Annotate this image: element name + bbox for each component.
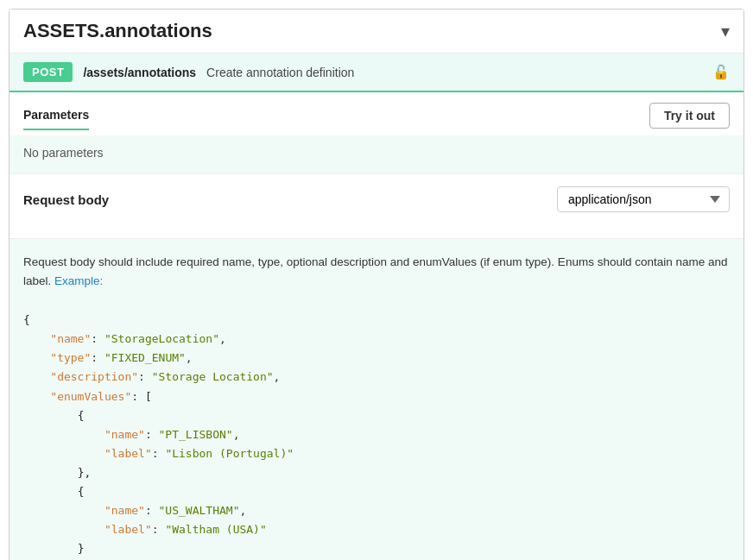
request-body-header: Request body application/json [23, 186, 730, 212]
code-line-4: "description": "Storage Location", [23, 368, 730, 387]
post-path: /assets/annotations [83, 66, 196, 79]
example-link: Example: [54, 274, 103, 287]
post-description: Create annotation definition [206, 66, 354, 79]
section-header: ASSETS.annotations ▾ [9, 9, 744, 53]
code-line-11: "name": "US_WALTHAM", [23, 501, 730, 520]
code-block: { "name": "StorageLocation", "type": "FI… [9, 304, 744, 560]
content-type-select[interactable]: application/json [557, 186, 730, 212]
code-line-8: "label": "Lisbon (Portugal)" [23, 444, 730, 463]
collapse-icon[interactable]: ▾ [721, 21, 730, 41]
code-line-13: } [23, 539, 730, 558]
no-parameters-text: No parameters [9, 135, 744, 173]
code-line-3: "type": "FIXED_ENUM", [23, 349, 730, 368]
lock-icon: 🔓 [712, 64, 730, 80]
parameters-section: Parameters Try it out No parameters [9, 92, 744, 174]
code-line-7: "name": "PT_LISBON", [23, 425, 730, 444]
main-container: ASSETS.annotations ▾ POST /assets/annota… [9, 9, 744, 560]
code-line-10: { [23, 482, 730, 501]
section-title: ASSETS.annotations [23, 20, 212, 42]
request-body-section: Request body application/json [9, 174, 744, 239]
code-line-9: }, [23, 463, 730, 482]
code-line-6: { [23, 406, 730, 425]
code-line-12: "label": "Waltham (USA)" [23, 520, 730, 539]
code-line-5: "enumValues": [ [23, 387, 730, 406]
request-body-label: Request body [23, 192, 109, 207]
post-badge: POST [23, 62, 73, 82]
code-line-1: { [23, 311, 730, 330]
code-line-2: "name": "StorageLocation", [23, 330, 730, 349]
body-description: Request body should include required nam… [9, 239, 744, 304]
description-text: Request body should include required nam… [23, 255, 728, 287]
params-header: Parameters Try it out [9, 92, 744, 135]
post-bar: POST /assets/annotations Create annotati… [9, 53, 744, 92]
parameters-tab[interactable]: Parameters [23, 108, 89, 130]
try-it-out-button[interactable]: Try it out [649, 103, 730, 129]
